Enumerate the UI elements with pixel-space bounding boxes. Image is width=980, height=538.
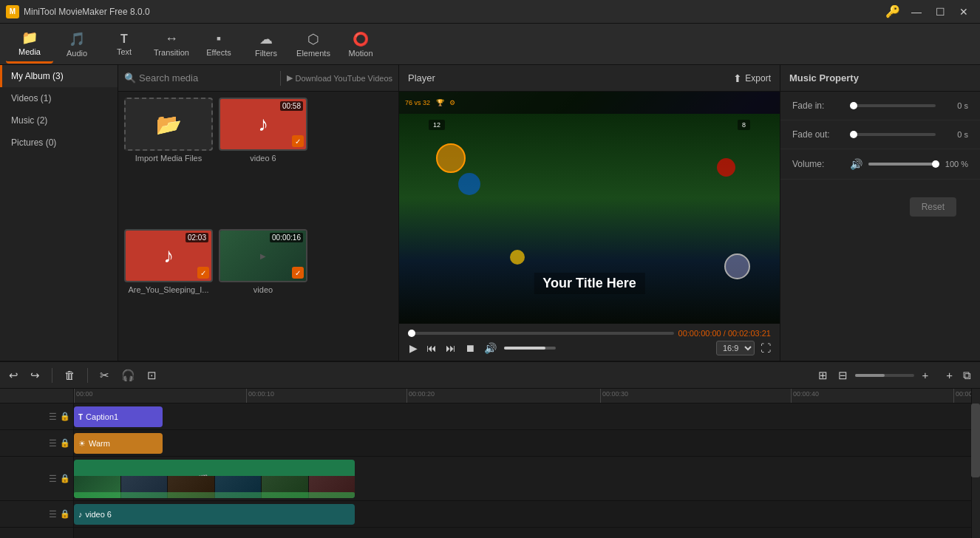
media-toolbar: 🔍 Search media ▶ Download YouTube Videos: [118, 65, 398, 92]
export-button[interactable]: ⬆ Export: [733, 72, 771, 84]
ruler-mark-0: 00:00: [74, 389, 93, 403]
video6-thumb[interactable]: ♪ 00:58 ✓: [219, 98, 307, 151]
video2-duration: 00:00:16: [270, 233, 303, 242]
caption-track-lock-icon[interactable]: 🔒: [60, 412, 70, 421]
fade-in-row: Fade in: 0 s: [780, 92, 980, 120]
video-thumb-placeholder: ▶: [260, 252, 266, 260]
next-frame-button[interactable]: ⏭: [444, 341, 457, 355]
media-item-video6[interactable]: ♪ 00:58 ✓ video 6: [219, 98, 307, 223]
download-label: Download YouTube Videos: [296, 74, 393, 83]
close-button[interactable]: ✕: [953, 4, 974, 20]
volume-prop-slider[interactable]: [868, 163, 936, 166]
toolbar-filters[interactable]: ☁ Filters: [242, 25, 290, 64]
fade-out-dot[interactable]: [850, 131, 857, 138]
timeline-scrollbar[interactable]: [971, 389, 980, 538]
play-button[interactable]: ▶: [408, 341, 419, 355]
progress-bar[interactable]: 00:00:00:00 / 00:02:03:21: [408, 329, 771, 338]
sidebar-item-music[interactable]: Music (2): [0, 109, 118, 132]
maximize-button[interactable]: ☐: [930, 4, 950, 20]
audio-detach-button[interactable]: 🎧: [118, 366, 138, 385]
volume-prop-dot[interactable]: [932, 160, 939, 168]
export-icon: ⬆: [733, 72, 742, 84]
media-item-music[interactable]: ♪ 02:03 ✓ Are_You_Sleeping_I...: [124, 229, 213, 355]
filter-track-lock-icon[interactable]: 🔒: [60, 438, 70, 448]
sidebar-item-videos[interactable]: Videos (1): [0, 87, 118, 109]
waveform-bar: [74, 492, 355, 498]
music-track-side: ☰ 🔒: [0, 501, 73, 528]
fade-in-dot[interactable]: [850, 102, 857, 109]
video2-label: video: [219, 285, 307, 294]
fullscreen-button[interactable]: ⛶: [760, 342, 771, 354]
progress-track[interactable]: [408, 332, 674, 335]
video2-thumb[interactable]: ▶ 00:00:16 ✓: [219, 229, 307, 282]
volume-slider[interactable]: [504, 347, 556, 350]
video-title-overlay: Your Title Here: [534, 273, 644, 294]
filter-clip[interactable]: ☀ Warm: [74, 433, 163, 454]
prev-frame-button[interactable]: ⏮: [425, 341, 438, 355]
toolbar-transition[interactable]: ↔ Transition: [148, 25, 195, 64]
properties-header: Music Property: [780, 65, 980, 92]
track-add-controls: + ⧉: [943, 366, 974, 385]
timeline-tracks-left: ☰ 🔒 ☰ 🔒 ☰ 🔒 ☰ 🔒: [0, 389, 74, 538]
music-clip[interactable]: ♪ video 6: [74, 504, 355, 525]
caption-track-add-icon[interactable]: ☰: [49, 412, 57, 422]
progress-dot[interactable]: [408, 330, 415, 337]
import-thumb[interactable]: 📂: [124, 98, 213, 151]
video-clip[interactable]: 🎬 video: [74, 460, 355, 498]
cut-button[interactable]: ✂: [97, 366, 112, 385]
audio-icon: 🎵: [69, 31, 85, 47]
music-duration: 02:03: [186, 233, 208, 242]
timeline-scroll[interactable]: 00:00 00:00:10 00:00:20 00:00:30 00:00:4…: [74, 389, 971, 538]
music-track-add-icon[interactable]: ☰: [49, 509, 57, 520]
media-item-video2[interactable]: ▶ 00:00:16 ✓ video: [219, 229, 307, 355]
timeline-ruler: 00:00 00:00:10 00:00:20 00:00:30 00:00:4…: [74, 389, 971, 404]
undo-button[interactable]: ↩: [6, 366, 21, 385]
import-media-item[interactable]: 📂 Import Media Files: [124, 98, 213, 223]
music-thumb[interactable]: ♪ 02:03 ✓: [124, 229, 213, 282]
download-youtube-button[interactable]: ▶ Download YouTube Videos: [287, 73, 393, 83]
zoom-plus-button[interactable]: +: [919, 366, 931, 384]
sidebar-item-pictures[interactable]: Pictures (0): [0, 132, 118, 154]
fade-in-slider[interactable]: [850, 104, 936, 107]
volume-button[interactable]: 🔊: [483, 341, 498, 355]
copy-track-button[interactable]: ⧉: [960, 366, 974, 385]
volume-icon: 🔊: [850, 158, 862, 170]
toolbar-media[interactable]: 📁 Media: [6, 25, 53, 64]
stop-button[interactable]: ⏹: [463, 341, 477, 355]
sidebar-item-my-album[interactable]: My Album (3): [0, 65, 118, 87]
properties-panel: Music Property Fade in: 0 s Fade out: 0 …: [780, 65, 980, 361]
minimize-button[interactable]: —: [906, 4, 927, 20]
media-panel: 🔍 Search media ▶ Download YouTube Videos…: [118, 65, 399, 361]
license-key-icon[interactable]: 🔑: [885, 4, 900, 18]
toolbar-separator-2: [87, 368, 88, 383]
video-track-add-icon[interactable]: ☰: [49, 474, 57, 484]
toolbar-audio[interactable]: 🎵 Audio: [53, 25, 101, 64]
search-media-label: Search media: [139, 72, 198, 84]
toolbar-motion[interactable]: ⭕ Motion: [337, 25, 384, 64]
aspect-ratio-select[interactable]: 16:9 4:3 1:1 9:16: [716, 341, 755, 355]
ruler-mark-40: 00:00:40: [791, 389, 819, 403]
player-header: Player ⬆ Export: [399, 65, 780, 92]
add-track-button[interactable]: +: [943, 366, 956, 385]
scrollbar-thumb[interactable]: [971, 404, 980, 477]
filter-track-add-icon[interactable]: ☰: [49, 438, 57, 449]
search-box[interactable]: 🔍 Search media: [124, 72, 274, 84]
zoom-in-button[interactable]: ⊞: [815, 366, 831, 385]
toolbar-text[interactable]: T Text: [101, 25, 148, 64]
toolbar-elements[interactable]: ⬡ Elements: [290, 25, 337, 64]
video-track-lock-icon[interactable]: 🔒: [60, 474, 70, 483]
music-track-lock-icon[interactable]: 🔒: [60, 509, 70, 519]
zoom-slider[interactable]: [855, 374, 914, 377]
redo-button[interactable]: ↪: [27, 366, 43, 385]
delete-button[interactable]: 🗑: [61, 366, 78, 384]
app-logo: M: [6, 5, 19, 18]
zoom-out-button[interactable]: ⊟: [835, 366, 851, 385]
caption-clip[interactable]: T Caption1: [74, 406, 163, 427]
toolbar-effects[interactable]: ▪ Effects: [195, 25, 242, 64]
crop-button[interactable]: ⊡: [144, 366, 160, 385]
volume-value: 100 %: [942, 160, 968, 168]
timeline-body: ☰ 🔒 ☰ 🔒 ☰ 🔒 ☰ 🔒 00:00 00: [0, 389, 980, 538]
reset-button[interactable]: Reset: [910, 197, 956, 217]
ruler-mark-20: 00:00:20: [406, 389, 435, 403]
fade-out-slider[interactable]: [850, 133, 936, 136]
